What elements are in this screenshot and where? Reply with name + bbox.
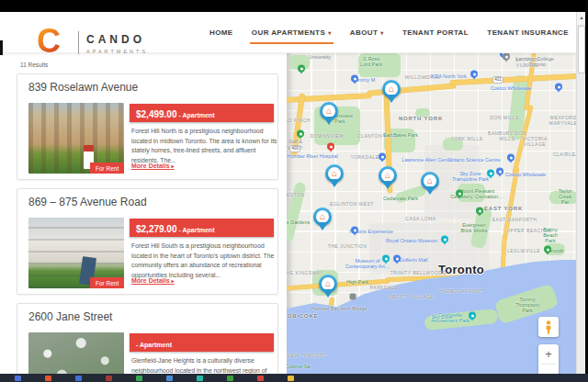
map-label: THE JUNCTION — [328, 243, 368, 249]
map-canvas[interactable]: + − TorontoUniversityAND FINCHDOWNSVIEWC… — [287, 53, 576, 374]
house-icon: ⌂ — [385, 83, 398, 96]
taskbar-app-icon[interactable] — [45, 376, 51, 381]
listing-photo[interactable] — [28, 332, 124, 374]
map-label: EAST DANFORTH — [492, 217, 537, 222]
map-label: YORKDALE — [350, 154, 379, 160]
taskbar-app-icon[interactable] — [75, 376, 82, 381]
browser-scrollbar[interactable]: ▲ — [576, 12, 585, 374]
poi-pin-nations[interactable] — [351, 226, 358, 233]
house-icon: ⌂ — [424, 174, 436, 187]
more-details-link[interactable]: More Details ▸ — [131, 163, 175, 169]
taskbar-app-icon[interactable] — [197, 376, 203, 381]
listing-title[interactable]: 839 Roselawn Avenue — [28, 81, 138, 94]
price-banner: - Apartment — [130, 333, 274, 352]
house-icon: ⌂ — [322, 277, 334, 290]
for-rent-badge: For Rent — [90, 277, 124, 288]
poi-pin-science[interactable] — [507, 153, 514, 161]
property-marker[interactable]: ⌂ — [382, 80, 401, 98]
taskbar-app-icon[interactable] — [227, 376, 233, 381]
screen-top-edge — [0, 0, 588, 12]
poi-pin[interactable] — [351, 74, 358, 82]
house-icon: ⌂ — [316, 210, 329, 223]
listing-description: Forest Hill North is a prestigious neigh… — [131, 127, 278, 165]
taskbar-app-icon[interactable] — [106, 376, 112, 381]
for-rent-badge: For Rent — [90, 163, 124, 174]
screen: C CANDO APARTMENTS HOMEOUR APARTMENTS▾AB… — [0, 0, 588, 382]
park-pin-golf[interactable] — [297, 129, 304, 137]
scrollbar-thumb[interactable] — [578, 26, 585, 73]
zoom-in-button[interactable]: + — [538, 344, 559, 364]
taskbar-app-icon[interactable] — [166, 376, 173, 381]
taskbar-app-icon[interactable] — [288, 376, 294, 381]
listing-title[interactable]: 869 – 875 Avenue Road — [28, 196, 147, 208]
listing-card: 839 Roselawn Avenue$2,499.00 - Apartment… — [17, 73, 278, 180]
nav-about[interactable]: ABOUT▾ — [350, 28, 384, 37]
poi-pin-ikea[interactable] — [470, 70, 478, 77]
map-label: CLAIRLEA — [553, 152, 576, 157]
poi-pin-lambton[interactable] — [503, 53, 510, 60]
chevron-down-icon: ▾ — [380, 30, 383, 36]
poi-pin-centreville[interactable] — [469, 311, 476, 319]
poi-pin-dufferin[interactable] — [393, 254, 401, 262]
park-pin-evergreen[interactable] — [476, 207, 483, 214]
taskbar-app-icon[interactable] — [136, 376, 142, 381]
listing-title[interactable]: 2600 Jane Street — [28, 310, 112, 323]
cando-logo-icon[interactable]: C — [37, 25, 61, 58]
listing-type: - Apartment — [177, 227, 215, 233]
highway-road — [368, 84, 456, 96]
taskbar-app-icon[interactable] — [257, 376, 264, 381]
map-label: LESLIEVILLE — [507, 248, 540, 253]
zoom-out-button[interactable]: − — [538, 365, 559, 374]
site-header: C CANDO APARTMENTS HOMEOUR APARTMENTS▾AB… — [0, 12, 576, 53]
chevron-down-icon: ▾ — [328, 30, 331, 36]
poi-pin-skyzone[interactable] — [487, 169, 494, 176]
hospital-pin[interactable] — [327, 142, 334, 150]
logo-divider — [78, 31, 79, 54]
street-view-pegman-button[interactable] — [538, 317, 559, 337]
poi-pin-costco2[interactable] — [496, 167, 503, 174]
brand-block[interactable]: CANDO APARTMENTS — [86, 33, 148, 54]
property-marker[interactable]: ⌂ — [319, 275, 337, 293]
subway-station-icon[interactable]: H — [350, 294, 356, 300]
poi-pin-costco[interactable] — [555, 83, 562, 90]
price-banner: $2,499.00 - Apartment — [130, 104, 274, 122]
map-label: VICTORIA VILLAGE — [522, 136, 548, 147]
park-pin[interactable] — [298, 64, 305, 72]
map-label: BAYVIEW VILLAGE — [515, 57, 539, 68]
park-pin-mtpleasant[interactable] — [456, 189, 463, 197]
nav-tenant-portal[interactable]: TENANT PORTAL — [402, 28, 469, 37]
house-icon: ⌂ — [322, 105, 335, 118]
property-marker[interactable]: ⌂ — [313, 208, 332, 226]
nav-tenant-insurance[interactable]: TENANT INSURANCE — [487, 28, 569, 37]
arrow-right-icon: ▸ — [172, 278, 175, 284]
highway-road — [503, 167, 519, 240]
listing-price: $2,499.00 — [136, 109, 177, 119]
property-marker[interactable]: ⌂ — [379, 166, 397, 185]
results-count: 11 Results — [20, 62, 48, 68]
property-marker[interactable]: ⌂ — [325, 164, 344, 183]
map-label: Costco Wholesale — [505, 172, 546, 177]
park-area — [287, 182, 307, 243]
map-label: WEXFORD MARYVALE — [549, 115, 576, 126]
map-label: University — [309, 54, 331, 60]
nav-our-apartments[interactable]: OUR APARTMENTS▾ — [252, 28, 332, 37]
poi-pin-moca[interactable] — [382, 254, 390, 262]
property-marker[interactable]: ⌂ — [320, 102, 338, 120]
park-area — [443, 138, 463, 151]
city-blocks-shading — [369, 223, 489, 274]
poi-pin-rom[interactable] — [441, 235, 448, 242]
listing-price: $2,279.00 — [136, 224, 177, 234]
taskbar-app-icon[interactable] — [15, 376, 21, 381]
listing-type: - Apartment — [177, 112, 215, 118]
highway-shield-401: 401 — [492, 76, 503, 84]
nav-home[interactable]: HOME — [209, 28, 233, 37]
park-pin-woodbine[interactable] — [544, 245, 551, 253]
more-details-link[interactable]: More Details ▸ — [131, 277, 175, 284]
brand-subtitle: APARTMENTS — [86, 49, 148, 54]
listing-description: Glenfield-Jane Heights is a culturally d… — [131, 356, 278, 374]
screen-left-artifact — [0, 40, 3, 55]
taskbar[interactable] — [0, 374, 588, 382]
property-marker[interactable]: ⌂ — [421, 172, 439, 190]
poi-pin-lawrence[interactable] — [379, 152, 386, 160]
map-label: UPPER BEACHES — [506, 228, 551, 233]
